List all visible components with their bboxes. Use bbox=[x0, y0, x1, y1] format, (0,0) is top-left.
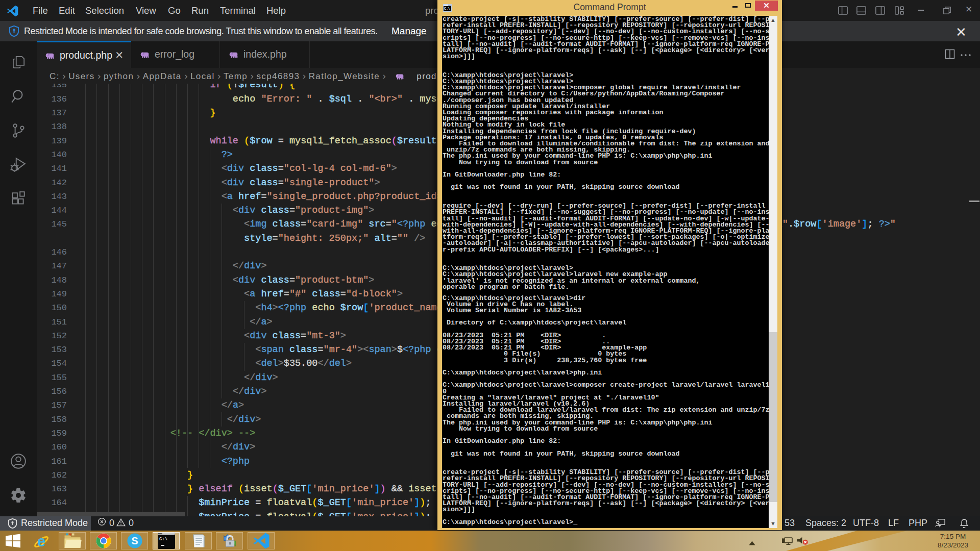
svg-text:S: S bbox=[131, 535, 138, 546]
svg-text:C:\: C:\ bbox=[159, 537, 168, 542]
